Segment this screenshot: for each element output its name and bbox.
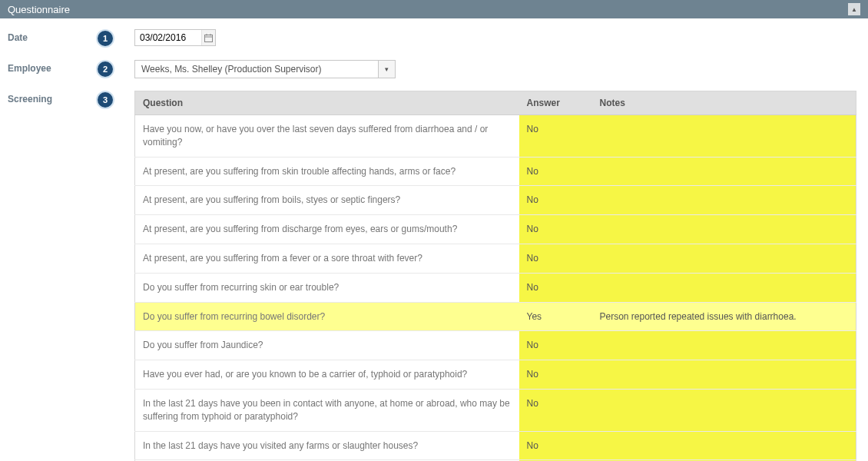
cell-question: At present, are you suffering from a fev… [135, 244, 519, 273]
table-row: At present, are you suffering from a fev… [135, 244, 856, 273]
panel-title: Questionnaire [8, 4, 70, 15]
table-header-row: Question Answer Notes [135, 91, 856, 115]
step-badge-2: 2 [96, 60, 114, 78]
cell-notes[interactable] [592, 244, 856, 273]
employee-select-value: Weeks, Ms. Shelley (Production Superviso… [135, 64, 328, 75]
row-date: Date 1 [8, 29, 860, 48]
table-row: At present, are you suffering from skin … [135, 157, 856, 186]
table-row: Have you ever had, or are you known to b… [135, 360, 856, 390]
cell-question: At present, are you suffering from boils… [135, 186, 519, 215]
cell-notes[interactable] [592, 331, 856, 360]
cell-notes[interactable] [592, 360, 856, 390]
chevron-down-icon[interactable]: ▾ [378, 61, 395, 78]
cell-answer[interactable]: No [519, 244, 592, 273]
badge-col-2: 2 [96, 60, 134, 78]
step-badge-3: 3 [96, 91, 114, 109]
step-badge-1: 1 [96, 29, 114, 48]
table-row: Do you suffer from Jaundice?No [135, 331, 856, 360]
date-input[interactable] [135, 31, 201, 45]
cell-question: Do you suffer from recurring bowel disor… [135, 302, 519, 331]
cell-answer[interactable]: No [519, 215, 592, 244]
screening-table: Question Answer Notes Have you now, or h… [134, 91, 856, 461]
field-employee: Weeks, Ms. Shelley (Production Superviso… [134, 60, 860, 78]
cell-answer[interactable]: Yes [519, 302, 592, 331]
table-row: In the last 21 days have you visited any… [135, 431, 856, 460]
cell-question: In the last 21 days have you visited any… [135, 431, 519, 460]
cell-notes[interactable] [592, 389, 856, 431]
cell-notes[interactable] [592, 431, 856, 460]
badge-col-1: 1 [96, 29, 134, 48]
collapse-button[interactable]: ▲ [848, 3, 860, 15]
cell-answer[interactable]: No [519, 431, 592, 460]
cell-answer[interactable]: No [519, 157, 592, 186]
cell-answer[interactable]: No [519, 115, 592, 158]
label-employee: Employee [8, 60, 96, 74]
row-screening: Screening 3 Question Answer Notes Have y… [8, 91, 860, 461]
cell-question: At present, are you suffering from skin … [135, 157, 519, 186]
cell-notes[interactable] [592, 186, 856, 215]
panel-header: Questionnaire ▲ [0, 0, 868, 18]
table-row: Have you now, or have you over the last … [135, 115, 856, 158]
calendar-icon[interactable] [201, 30, 215, 45]
table-body: Have you now, or have you over the last … [135, 115, 856, 462]
cell-answer[interactable]: No [519, 273, 592, 302]
cell-notes[interactable]: Person reported repeated issues with dia… [592, 302, 856, 331]
cell-question: Have you now, or have you over the last … [135, 115, 519, 158]
cell-question: In the last 21 days have you been in con… [135, 389, 519, 431]
cell-answer[interactable]: No [519, 331, 592, 360]
cell-answer[interactable]: No [519, 186, 592, 215]
cell-question: At present, are you suffering from disch… [135, 215, 519, 244]
row-employee: Employee 2 Weeks, Ms. Shelley (Productio… [8, 60, 860, 78]
date-input-wrap [134, 29, 216, 46]
cell-question: Have you ever had, or are you known to b… [135, 360, 519, 390]
label-date: Date [8, 29, 96, 43]
cell-question: Do you suffer from Jaundice? [135, 331, 519, 360]
panel-content: Date 1 Employee 2 Weeks, Ms. Shelley (Pr… [0, 18, 868, 461]
cell-answer[interactable]: No [519, 360, 592, 390]
cell-notes[interactable] [592, 215, 856, 244]
label-screening: Screening [8, 91, 96, 104]
cell-notes[interactable] [592, 273, 856, 302]
svg-rect-0 [205, 35, 213, 41]
header-notes: Notes [592, 91, 856, 115]
field-screening: Question Answer Notes Have you now, or h… [134, 91, 860, 461]
cell-notes[interactable] [592, 115, 856, 158]
table-row: At present, are you suffering from boils… [135, 186, 856, 215]
header-answer: Answer [519, 91, 592, 115]
field-date [134, 29, 860, 46]
badge-col-3: 3 [96, 91, 134, 109]
cell-answer[interactable]: No [519, 389, 592, 431]
table-row: Do you suffer from recurring bowel disor… [135, 302, 856, 331]
table-row: At present, are you suffering from disch… [135, 215, 856, 244]
cell-notes[interactable] [592, 157, 856, 186]
header-question: Question [135, 91, 519, 115]
cell-question: Do you suffer from recurring skin or ear… [135, 273, 519, 302]
table-row: In the last 21 days have you been in con… [135, 389, 856, 431]
table-row: Do you suffer from recurring skin or ear… [135, 273, 856, 302]
employee-select[interactable]: Weeks, Ms. Shelley (Production Superviso… [134, 60, 396, 78]
